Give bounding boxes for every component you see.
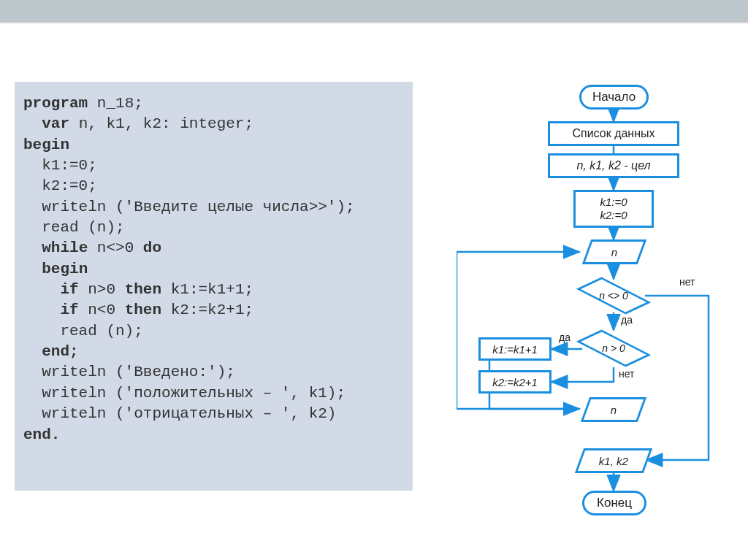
divider	[0, 22, 748, 23]
flow-end: Конец	[582, 491, 646, 515]
top-bar	[0, 0, 748, 22]
flow-cond2: n > 0	[581, 330, 646, 367]
flowchart: Начало Список данных n, k1, k2 - цел k1:…	[457, 80, 734, 548]
label-yes-2: да	[559, 331, 570, 343]
flow-assign-k1: k1:=k1+1	[478, 337, 552, 361]
flow-assign-k2: k2:=k2+1	[478, 370, 552, 394]
label-no-1: нет	[679, 276, 695, 288]
flow-input-n-1: n	[582, 239, 646, 264]
flow-vars: n, k1, k2 - цел	[548, 153, 679, 178]
flow-cond1: n <> 0	[581, 277, 646, 314]
flow-input-n-2: n	[581, 397, 646, 422]
flow-init: k1:=0 k2:=0	[573, 190, 654, 228]
flow-output: k1, k2	[575, 448, 652, 473]
code-listing: program n_18; var n, k1, k2: integer; be…	[23, 93, 404, 445]
label-yes-1: да	[621, 314, 633, 326]
label-no-2: нет	[619, 368, 634, 380]
code-panel: program n_18; var n, k1, k2: integer; be…	[15, 82, 413, 491]
flow-data-list: Список данных	[548, 121, 679, 146]
flow-start: Начало	[579, 85, 649, 110]
